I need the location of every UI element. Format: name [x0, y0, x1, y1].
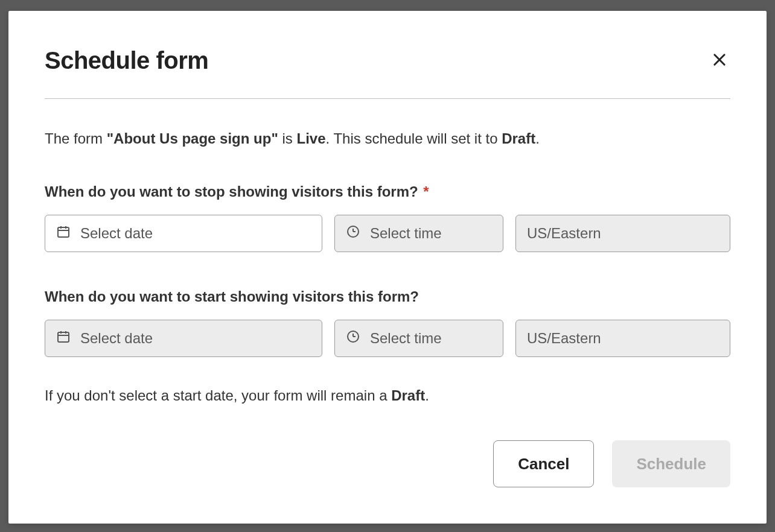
- svg-rect-9: [58, 332, 69, 342]
- stop-date-input[interactable]: Select date: [45, 215, 322, 252]
- status-mid2: . This schedule will set it to: [326, 130, 502, 147]
- start-date-input[interactable]: Select date: [45, 320, 322, 357]
- close-button[interactable]: [709, 49, 730, 72]
- cancel-button[interactable]: Cancel: [493, 440, 594, 487]
- stop-timezone-select[interactable]: US/Eastern: [515, 215, 730, 252]
- start-showing-label-text: When do you want to start showing visito…: [45, 288, 419, 305]
- calendar-icon: [56, 329, 71, 347]
- stop-time-placeholder: Select time: [370, 225, 442, 242]
- schedule-button[interactable]: Schedule: [612, 440, 730, 487]
- svg-rect-2: [58, 227, 69, 237]
- status-state-live: Live: [296, 130, 325, 147]
- note-bold: Draft: [391, 387, 425, 404]
- stop-input-row: Select date Select time US/Eastern: [45, 215, 730, 252]
- start-showing-section: When do you want to start showing visito…: [45, 288, 730, 357]
- calendar-icon: [56, 224, 71, 242]
- stop-date-placeholder: Select date: [80, 225, 153, 242]
- start-timezone-value: US/Eastern: [527, 330, 601, 347]
- start-input-row: Select date Select time US/Eastern: [45, 320, 730, 357]
- modal-title: Schedule form: [45, 47, 208, 74]
- start-date-placeholder: Select date: [80, 330, 153, 347]
- status-line: The form "About Us page sign up" is Live…: [45, 128, 730, 150]
- stop-showing-section: When do you want to stop showing visitor…: [45, 183, 730, 252]
- start-timezone-select[interactable]: US/Eastern: [515, 320, 730, 357]
- start-showing-label: When do you want to start showing visito…: [45, 288, 730, 305]
- start-time-placeholder: Select time: [370, 330, 442, 347]
- status-prefix: The form: [45, 130, 107, 147]
- modal-footer: Cancel Schedule: [45, 440, 730, 487]
- status-form-name: "About Us page sign up": [107, 130, 278, 147]
- stop-showing-label-text: When do you want to stop showing visitor…: [45, 183, 418, 200]
- note-line: If you don't select a start date, your f…: [45, 387, 730, 404]
- status-state-draft: Draft: [502, 130, 535, 147]
- note-prefix: If you don't select a start date, your f…: [45, 387, 391, 404]
- stop-showing-label: When do you want to stop showing visitor…: [45, 183, 730, 200]
- schedule-form-modal: Schedule form The form "About Us page si…: [8, 11, 767, 524]
- note-suffix: .: [425, 387, 429, 404]
- status-suffix: .: [535, 130, 540, 147]
- stop-timezone-value: US/Eastern: [527, 225, 601, 242]
- modal-header: Schedule form: [45, 47, 730, 74]
- stop-time-input[interactable]: Select time: [334, 215, 503, 252]
- close-icon: [711, 51, 728, 70]
- divider: [45, 98, 730, 99]
- start-time-input[interactable]: Select time: [334, 320, 503, 357]
- status-mid1: is: [278, 130, 297, 147]
- clock-icon: [346, 224, 360, 242]
- clock-icon: [346, 329, 360, 347]
- required-indicator: *: [423, 183, 429, 200]
